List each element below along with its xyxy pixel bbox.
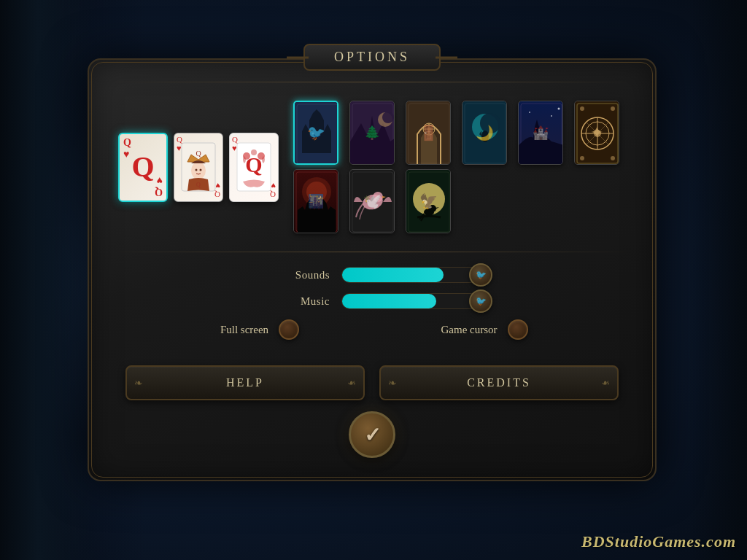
svg-point-28 — [480, 113, 500, 133]
music-label: Music — [257, 295, 330, 308]
panel-title: OPTIONS — [334, 50, 410, 64]
panel-title-bar: OPTIONS — [303, 44, 441, 71]
gamecursor-toggle[interactable] — [508, 319, 528, 340]
svg-point-46 — [580, 156, 584, 160]
cards-section: Q♥ Q Q♥ Q♥ Q — [111, 90, 633, 244]
svg-rect-25 — [462, 101, 507, 165]
card-suit-top: Q♥ — [123, 137, 131, 160]
back-card-ornament[interactable] — [574, 101, 619, 165]
music-row: Music — [133, 293, 611, 309]
back-card-forest[interactable] — [349, 101, 395, 165]
music-slider-container[interactable] — [341, 293, 487, 309]
svg-point-33 — [551, 115, 552, 117]
confirm-button[interactable] — [349, 411, 395, 458]
panel-inner: Q♥ Q Q♥ Q♥ Q — [89, 60, 655, 480]
svg-point-22 — [423, 123, 435, 135]
back-card-raven[interactable] — [293, 101, 338, 165]
svg-point-15 — [312, 133, 314, 135]
middle-divider — [111, 252, 633, 252]
queen-face-svg: Q Q — [180, 141, 217, 192]
svg-text:Q: Q — [196, 149, 201, 158]
help-button[interactable]: HELP — [125, 365, 365, 400]
floral-corner-tl: Q♥ — [232, 135, 238, 152]
svg-text:Q: Q — [196, 182, 201, 188]
svg-point-51 — [306, 182, 327, 202]
svg-point-4 — [196, 169, 198, 171]
svg-point-43 — [594, 130, 601, 137]
sounds-slider-container[interactable] — [341, 267, 487, 283]
buttons-section: HELP CREDITS — [111, 358, 633, 411]
gamecursor-label: Game cursor — [441, 324, 497, 336]
fullscreen-toggle[interactable] — [279, 319, 299, 340]
svg-point-44 — [580, 106, 584, 111]
svg-point-55 — [373, 192, 383, 202]
floral-svg: Q — [236, 141, 272, 192]
back-card-moon-bird[interactable] — [406, 169, 451, 233]
card-q-red[interactable]: Q♥ Q Q♥ — [118, 133, 168, 202]
watermark-text: BDStudioGames.com — [581, 532, 736, 551]
card-corner-br: Q♥ — [214, 182, 220, 199]
card-corner-tl: Q♥ — [177, 135, 182, 152]
svg-point-5 — [200, 169, 202, 171]
svg-point-14 — [309, 130, 322, 141]
card-rank: Q — [131, 152, 154, 182]
sounds-row: Sounds — [133, 267, 611, 283]
svg-point-59 — [424, 209, 434, 216]
svg-point-45 — [611, 106, 615, 111]
svg-point-3 — [191, 162, 206, 179]
back-card-red-castle[interactable] — [293, 169, 338, 233]
svg-point-47 — [611, 156, 615, 160]
confirm-section — [111, 411, 633, 465]
floral-corner-br: Q♥ — [270, 182, 276, 199]
playing-cards-group: Q♥ Q Q♥ Q♥ Q — [118, 133, 279, 202]
svg-point-29 — [481, 131, 489, 142]
svg-point-60 — [429, 205, 436, 212]
back-card-blue-castle[interactable] — [518, 101, 563, 165]
card-suit-bottom: Q♥ — [155, 174, 163, 198]
card-q-floral[interactable]: Q♥ Q Q♥ — [229, 133, 279, 202]
tree-right-decoration — [689, 0, 747, 560]
fullscreen-group: Full screen — [147, 319, 372, 340]
back-cards-grid — [293, 101, 626, 233]
toggle-row: Full screen Game cursor — [133, 319, 611, 340]
back-card-teal-moon[interactable] — [462, 101, 507, 165]
options-panel: OPTIONS Q♥ Q Q♥ Q♥ Q — [88, 58, 657, 481]
svg-point-34 — [558, 108, 560, 110]
card-q-face[interactable]: Q♥ Q — [174, 133, 223, 202]
svg-point-32 — [529, 112, 530, 113]
fullscreen-label: Full screen — [220, 324, 268, 336]
credits-button[interactable]: CREDITS — [379, 365, 619, 400]
sounds-label: Sounds — [257, 269, 330, 281]
back-card-dark-bird[interactable] — [349, 169, 395, 233]
back-card-arch[interactable] — [406, 101, 451, 165]
top-divider — [111, 82, 633, 82]
svg-point-11 — [251, 149, 257, 155]
svg-point-54 — [361, 192, 384, 212]
tree-left-decoration — [0, 0, 95, 560]
watermark: BDStudioGames.com — [581, 532, 736, 551]
gamecursor-group: Game cursor — [372, 319, 597, 340]
svg-point-19 — [382, 112, 394, 123]
controls-section: Sounds Music — [111, 260, 633, 358]
